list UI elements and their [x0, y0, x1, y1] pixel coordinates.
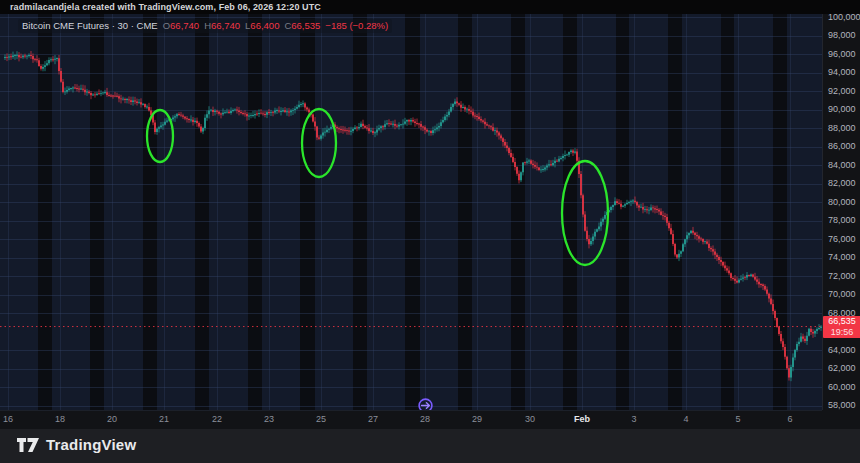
time-axis-label: 16 [3, 414, 13, 424]
price-axis-label: 80,000 [828, 197, 860, 208]
tradingview-logo[interactable]: TradingView [17, 436, 136, 453]
price-axis-label: 88,000 [828, 123, 860, 134]
price-axis-label: 76,000 [828, 234, 860, 245]
bar-countdown: 19:56 [823, 327, 860, 338]
price-axis-label: 92,000 [828, 86, 860, 97]
price-axis-label: 100,000 [828, 12, 860, 23]
time-axis-label: 23 [264, 414, 274, 424]
attribution-bar: radmilacandjela created with TradingView… [0, 0, 860, 14]
tradingview-wordmark: TradingView [46, 436, 136, 453]
price-axis-label: 82,000 [828, 178, 860, 189]
gap-highlight-ellipse[interactable] [147, 110, 173, 162]
price-axis-label: 90,000 [828, 104, 860, 115]
time-axis-label: 20 [107, 414, 117, 424]
price-axis-label: 96,000 [828, 49, 860, 60]
time-axis-label: 3 [631, 414, 636, 424]
time-axis-label: 22 [212, 414, 222, 424]
price-axis-label: 70,000 [828, 289, 860, 300]
bottom-bar: TradingView [0, 429, 860, 463]
price-axis-label: 72,000 [828, 271, 860, 282]
price-axis-label: 60,000 [828, 382, 860, 393]
ohlc-values: O66,740H66,740L66,400C66,535 [158, 20, 321, 31]
time-axis-label: Feb [574, 414, 590, 424]
time-axis-label: 29 [472, 414, 482, 424]
last-price-value: 66,535 [823, 316, 860, 327]
time-axis[interactable]: 1618202122232527282930Feb3456 [0, 410, 822, 430]
price-axis-label: 94,000 [828, 67, 860, 78]
time-axis-label: 30 [525, 414, 535, 424]
gap-marker-icon[interactable] [417, 397, 434, 410]
price-axis-label: 74,000 [828, 252, 860, 263]
price-axis-label: 58,000 [828, 400, 860, 411]
time-axis-label: 25 [316, 414, 326, 424]
time-axis-label: 27 [368, 414, 378, 424]
price-axis-label: 84,000 [828, 160, 860, 171]
price-axis-label: 64,000 [828, 345, 860, 356]
time-axis-label: 5 [735, 414, 740, 424]
price-axis-label: 62,000 [828, 363, 860, 374]
price-axis-label: 86,000 [828, 141, 860, 152]
symbol-legend: Bitcoin CME Futures · 30 · CMEO66,740H66… [18, 19, 392, 33]
price-axis-label: 78,000 [828, 215, 860, 226]
time-axis-label: 6 [787, 414, 792, 424]
gap-highlight-ellipse[interactable] [302, 109, 336, 177]
time-axis-label: 4 [683, 414, 688, 424]
change-value: −185 (−0.28%) [325, 20, 388, 31]
tradingview-mark-icon [17, 437, 39, 453]
price-chart[interactable]: Bitcoin CME Futures · 30 · CMEO66,740H66… [0, 14, 822, 410]
tradingview-snapshot: radmilacandjela created with TradingView… [0, 0, 860, 463]
price-axis[interactable]: 66,535 19:56 100,00098,00096,00094,00092… [822, 14, 860, 410]
price-axis-label: 98,000 [828, 30, 860, 41]
time-axis-label: 28 [420, 414, 430, 424]
attribution-text: radmilacandjela created with TradingView… [10, 2, 321, 12]
symbol-title[interactable]: Bitcoin CME Futures · 30 · CME [22, 20, 158, 31]
time-axis-label: 21 [159, 414, 169, 424]
candlestick-canvas[interactable] [0, 14, 822, 410]
last-price-label: 66,535 19:56 [823, 316, 860, 338]
time-axis-label: 18 [55, 414, 65, 424]
chart-region: Bitcoin CME Futures · 30 · CMEO66,740H66… [0, 14, 860, 429]
